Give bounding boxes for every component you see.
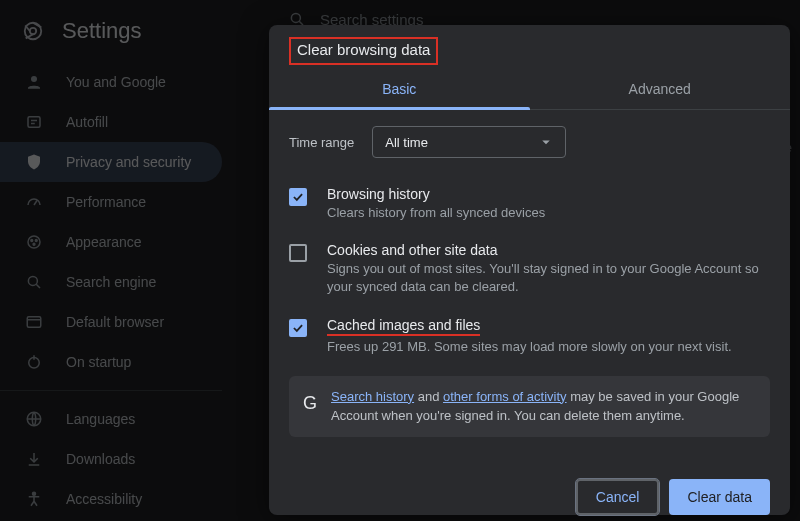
check-icon [291, 321, 305, 335]
cancel-button[interactable]: Cancel [576, 479, 660, 515]
sidebar-item-languages[interactable]: Languages [0, 399, 222, 439]
svg-point-10 [28, 236, 40, 248]
browser-icon [24, 312, 44, 332]
sidebar-item-privacy-security[interactable]: Privacy and security [0, 142, 222, 182]
svg-point-13 [33, 243, 35, 245]
svg-point-28 [291, 13, 300, 22]
sidebar-item-accessibility[interactable]: Accessibility [0, 479, 222, 519]
dialog-title: Clear browsing data [297, 41, 430, 58]
svg-point-14 [28, 276, 37, 285]
svg-line-27 [34, 501, 37, 506]
accessibility-icon [24, 489, 44, 509]
google-g-icon: G [303, 390, 317, 416]
sidebar-item-default-browser[interactable]: Default browser [0, 302, 222, 342]
link-search-history[interactable]: Search history [331, 389, 414, 404]
sidebar-item-label: Languages [66, 411, 135, 427]
dialog-tabs: Basic Advanced [269, 71, 790, 110]
sidebar-item-autofill[interactable]: Autofill [0, 102, 222, 142]
page-title: Settings [62, 18, 142, 44]
downloads-icon [24, 449, 44, 469]
sidebar-item-label: You and Google [66, 74, 166, 90]
sidebar-item-search-engine[interactable]: Search engine [0, 262, 222, 302]
sidebar-item-you-and-google[interactable]: You and Google [0, 62, 222, 102]
sidebar-item-downloads[interactable]: Downloads [0, 439, 222, 479]
tab-label: Advanced [629, 81, 691, 97]
select-value: All time [385, 135, 428, 150]
sidebar-item-appearance[interactable]: Appearance [0, 222, 222, 262]
settings-sidebar: Settings You and Google Autofill Privacy… [0, 0, 240, 521]
option-title-highlight: Cached images and files [327, 317, 480, 336]
sidebar-header: Settings [0, 18, 240, 62]
option-description: Frees up 291 MB. Some sites may load mor… [327, 338, 732, 356]
checkbox-cookies[interactable] [289, 244, 307, 262]
svg-point-5 [31, 76, 37, 82]
tab-label: Basic [382, 81, 416, 97]
sidebar-item-label: Appearance [66, 234, 142, 250]
shield-icon [24, 152, 44, 172]
svg-point-11 [31, 240, 33, 242]
option-title: Cookies and other site data [327, 242, 770, 258]
option-cookies: Cookies and other site data Signs you ou… [289, 232, 770, 306]
tab-basic[interactable]: Basic [269, 71, 530, 109]
sidebar-separator [0, 390, 222, 391]
time-range-select[interactable]: All time [372, 126, 566, 158]
svg-point-23 [33, 492, 36, 495]
appearance-icon [24, 232, 44, 252]
svg-point-12 [35, 240, 37, 242]
sidebar-item-label: Performance [66, 194, 146, 210]
tab-advanced[interactable]: Advanced [530, 71, 791, 109]
languages-icon [24, 409, 44, 429]
clear-data-button[interactable]: Clear data [669, 479, 770, 515]
checkbox-browsing-history[interactable] [289, 188, 307, 206]
startup-icon [24, 352, 44, 372]
option-browsing-history: Browsing history Clears history from all… [289, 176, 770, 232]
sidebar-item-label: Downloads [66, 451, 135, 467]
person-icon [24, 72, 44, 92]
svg-line-9 [34, 201, 37, 206]
clear-browsing-data-dialog: Clear browsing data Basic Advanced Time … [269, 25, 790, 515]
option-title: Cached images and files [327, 317, 732, 336]
chevron-down-icon [537, 133, 555, 151]
sidebar-item-label: Accessibility [66, 491, 142, 507]
svg-rect-6 [28, 117, 40, 128]
performance-icon [24, 192, 44, 212]
autofill-icon [24, 112, 44, 132]
sidebar-item-label: Search engine [66, 274, 156, 290]
dialog-title-highlight: Clear browsing data [289, 37, 438, 65]
google-activity-info: G Search history and other forms of acti… [289, 376, 770, 438]
search-icon [24, 272, 44, 292]
dialog-actions: Cancel Clear data [269, 461, 790, 515]
sidebar-item-performance[interactable]: Performance [0, 182, 222, 222]
check-icon [291, 190, 305, 204]
sidebar-item-label: Default browser [66, 314, 164, 330]
svg-rect-16 [27, 317, 41, 328]
link-other-activity[interactable]: other forms of activity [443, 389, 567, 404]
option-description: Clears history from all synced devices [327, 204, 545, 222]
checkbox-cached-images[interactable] [289, 319, 307, 337]
time-range-label: Time range [289, 135, 354, 150]
option-title: Browsing history [327, 186, 545, 202]
svg-point-1 [30, 28, 36, 34]
sidebar-item-label: On startup [66, 354, 131, 370]
svg-line-15 [36, 284, 40, 288]
option-description: Signs you out of most sites. You'll stay… [327, 260, 770, 296]
chrome-logo-icon [22, 20, 44, 42]
sidebar-item-label: Privacy and security [66, 154, 191, 170]
sidebar-item-label: Autofill [66, 114, 108, 130]
sidebar-item-on-startup[interactable]: On startup [0, 342, 222, 382]
option-cached-images: Cached images and files Frees up 291 MB.… [289, 307, 770, 366]
